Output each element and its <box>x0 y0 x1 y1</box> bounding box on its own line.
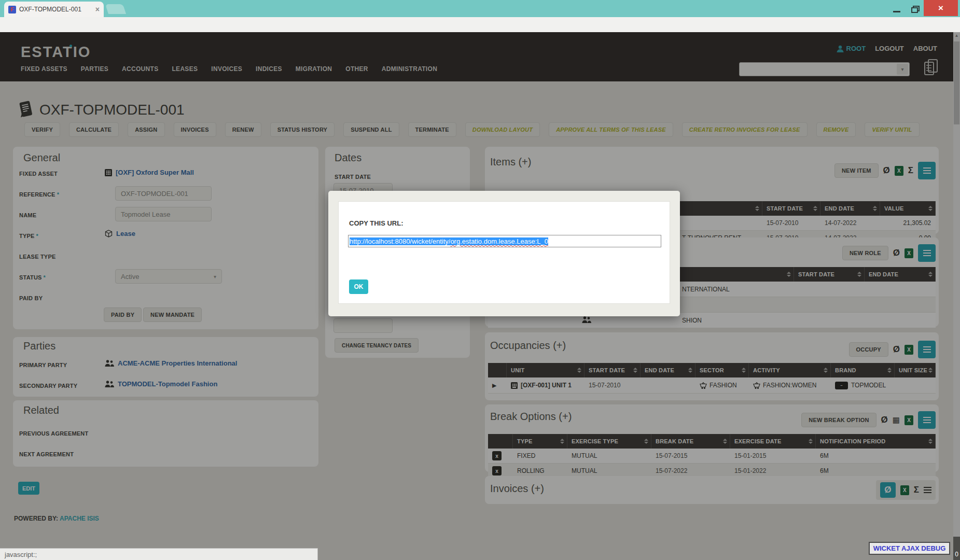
window-close-button[interactable]: × <box>924 0 958 16</box>
tab-close-icon[interactable]: × <box>95 6 100 13</box>
window-minimize-button[interactable] <box>888 4 906 15</box>
ok-button[interactable]: OK <box>349 279 368 294</box>
browser-titlebar: F OXF-TOPMODEL-001 × × <box>0 0 960 17</box>
copy-url-label: COPY THIS URL: <box>349 219 404 227</box>
window-maximize-button[interactable] <box>908 4 923 15</box>
new-tab-button[interactable] <box>105 4 126 14</box>
url-copy-input[interactable]: http://localhost:8080/wicket/entity/org.… <box>348 235 661 247</box>
browser-addressbar: ← → ↻ ⌂ localhost:8080/wicket/entity/org… <box>0 17 960 33</box>
browser-tab[interactable]: F OXF-TOPMODEL-001 × <box>4 2 104 17</box>
ajax-counter-badge: 0 <box>953 537 960 560</box>
tab-title: OXF-TOPMODEL-001 <box>19 6 93 13</box>
wicket-ajax-debug-link[interactable]: WICKET AJAX DEBUG <box>869 542 950 555</box>
browser-status-bubble: javascript:; <box>0 548 318 560</box>
favicon-icon: F <box>8 6 16 13</box>
copy-url-dialog: COPY THIS URL: http://localhost:8080/wic… <box>328 191 680 316</box>
dialog-content: COPY THIS URL: http://localhost:8080/wic… <box>338 201 670 304</box>
